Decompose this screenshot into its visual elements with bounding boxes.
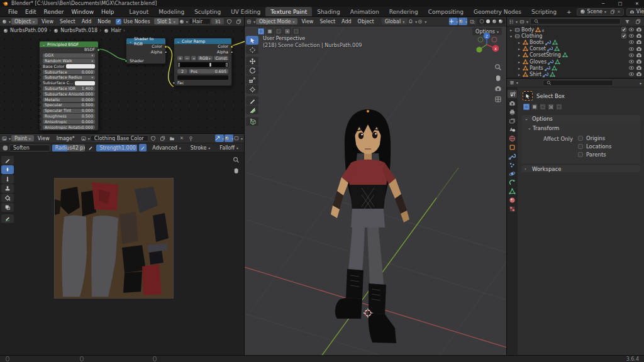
select-mode-tweak[interactable]: [257, 28, 265, 35]
panel-options[interactable]: ⌄Options: [521, 115, 640, 122]
show-overlays-icon[interactable]: [458, 18, 467, 25]
input-widget[interactable]: Subsurface IOR 1.400: [43, 86, 95, 90]
subpanel-transform[interactable]: ⌄Transform: [521, 124, 640, 133]
node-input-row[interactable]: Subsurface C...: [40, 80, 98, 86]
node-input-row[interactable]: Subsurface 0.000: [40, 69, 98, 75]
expand-arrow[interactable]: ▸: [509, 28, 513, 32]
workspace-tab[interactable]: Texture Paint: [265, 7, 312, 17]
node-shader-to-rgb-header[interactable]: Shader to RGB: [126, 38, 165, 44]
advanced-popover[interactable]: Advanced: [148, 145, 185, 151]
radius-pressure-icon[interactable]: [87, 144, 94, 151]
snap-magnet-icon[interactable]: [408, 18, 417, 25]
workspace-tab[interactable]: Animation: [345, 7, 384, 17]
alpha-output-socket[interactable]: [164, 51, 167, 54]
tab-object-data[interactable]: [509, 188, 516, 195]
input-socket[interactable]: [38, 87, 41, 90]
node-input-row[interactable]: Metallic 0.000: [40, 97, 98, 102]
node-input-row[interactable]: Anisotropic Rotation 0.000: [40, 124, 98, 130]
item-name[interactable]: Pants: [530, 65, 543, 71]
input-widget[interactable]: Anisotropic 0.000: [43, 119, 95, 124]
image-name-field[interactable]: Clothing Base Color: [91, 135, 148, 141]
hide-eye-icon[interactable]: [628, 26, 635, 33]
outliner-row[interactable]: ▸ CorsetString: [507, 52, 644, 58]
tool-annotate[interactable]: [1, 214, 14, 223]
navigation-gizmo[interactable]: Z X: [473, 31, 501, 58]
scene-selector[interactable]: Scene ✕: [577, 8, 624, 16]
item-name[interactable]: Body: [521, 27, 534, 33]
fallback-circle[interactable]: [539, 103, 547, 111]
slot-select[interactable]: Slot 1: [154, 18, 179, 25]
node-enum-select[interactable]: GGX: [43, 53, 95, 58]
unlink-scene-icon[interactable]: ✕: [617, 9, 621, 14]
use-nodes-checkbox[interactable]: ✓: [116, 19, 121, 25]
tab-modifiers[interactable]: [509, 153, 516, 160]
panel-workspace[interactable]: ›Workspace: [521, 165, 640, 172]
outliner-row[interactable]: ▸ Body 4: [507, 26, 644, 33]
tab-render[interactable]: [509, 100, 516, 107]
expand-arrow[interactable]: ▸: [517, 66, 521, 70]
outliner-row[interactable]: ▸ Boots: [507, 39, 644, 45]
select-mode-circle[interactable]: [275, 28, 282, 35]
input-socket[interactable]: [38, 76, 41, 79]
editor-type-shader-icon[interactable]: [2, 18, 11, 25]
hide-eye-icon[interactable]: [628, 33, 635, 39]
select-mode-box[interactable]: [266, 28, 274, 35]
node-input-row[interactable]: Roughness 0.500: [40, 114, 98, 119]
ramp-colormode-select[interactable]: RGB: [197, 56, 213, 60]
input-socket[interactable]: [38, 126, 41, 129]
menu-item[interactable]: Add: [79, 19, 95, 25]
outliner-sync-icon[interactable]: [633, 18, 642, 25]
node-color-ramp[interactable]: Color Ramp Color Alpha + − RGB Const...: [174, 38, 232, 86]
workspace-tab[interactable]: +: [562, 7, 577, 17]
menu-item[interactable]: Add: [338, 19, 355, 25]
outliner-search-field[interactable]: [530, 18, 621, 25]
image-unlink-icon[interactable]: ✕: [177, 134, 186, 142]
input-widget[interactable]: Anisotropic Rotation 0.000: [43, 125, 95, 129]
tool-clone[interactable]: [1, 184, 14, 193]
menu-item[interactable]: Select: [316, 19, 338, 25]
input-widget[interactable]: Metallic 0.000: [43, 97, 95, 102]
ramp-interpolation-select[interactable]: Const...: [214, 56, 229, 60]
input-socket[interactable]: [38, 109, 41, 112]
item-name[interactable]: Clothing: [521, 33, 542, 39]
node-input-row[interactable]: Subsurface Radius: [40, 75, 98, 80]
hide-eye-icon[interactable]: [628, 71, 635, 77]
workspace-tab[interactable]: Compositing: [423, 7, 469, 17]
image-overlay-icon[interactable]: [234, 134, 243, 142]
input-socket[interactable]: [38, 92, 41, 96]
outliner-filter-icon[interactable]: [623, 18, 631, 25]
brush-name-field[interactable]: Soften: [9, 145, 50, 151]
workspace-tab[interactable]: Geometry Nodes: [469, 7, 526, 17]
uv-sync-icon[interactable]: [215, 134, 224, 142]
expand-arrow[interactable]: ▸: [517, 72, 521, 77]
ramp-add-stop-button[interactable]: +: [177, 56, 183, 60]
item-name[interactable]: Boots: [530, 40, 544, 45]
tab-tool[interactable]: [508, 90, 517, 98]
exclude-checkbox[interactable]: [621, 33, 627, 39]
shading-material-icon[interactable]: [492, 19, 497, 24]
item-name[interactable]: CorsetString: [530, 52, 561, 58]
item-name[interactable]: Corset: [530, 46, 546, 52]
breadcrumb-item[interactable]: NurbsPath.018›: [53, 28, 101, 33]
input-widget[interactable]: Roughness 0.500: [43, 114, 95, 118]
hide-eye-icon[interactable]: [628, 52, 635, 58]
bsdf-output-socket[interactable]: [97, 48, 100, 52]
tab-material[interactable]: [509, 197, 516, 204]
menu-item[interactable]: Edit: [21, 9, 40, 15]
tool-rotate[interactable]: [246, 66, 258, 75]
select-mode-intersect[interactable]: [292, 28, 300, 35]
ramp-stop-color-swatch[interactable]: [177, 75, 228, 80]
tab-output[interactable]: [509, 109, 516, 116]
workspace-tab[interactable]: Modeling: [153, 7, 189, 17]
input-socket[interactable]: [38, 82, 41, 85]
workspace-tab[interactable]: Shading: [312, 7, 345, 17]
maximize-button[interactable]: □: [613, 0, 627, 7]
image-pin-icon[interactable]: [187, 134, 196, 142]
image-copy-icon[interactable]: [158, 134, 167, 142]
editor-type-outliner-icon[interactable]: [509, 18, 518, 25]
editor-type-image-icon[interactable]: [2, 134, 11, 142]
select-mode-lasso[interactable]: [284, 28, 291, 35]
tab-view-layer[interactable]: [509, 118, 516, 124]
checkbox-row[interactable]: Locations: [578, 143, 611, 150]
tab-world[interactable]: [509, 135, 516, 142]
